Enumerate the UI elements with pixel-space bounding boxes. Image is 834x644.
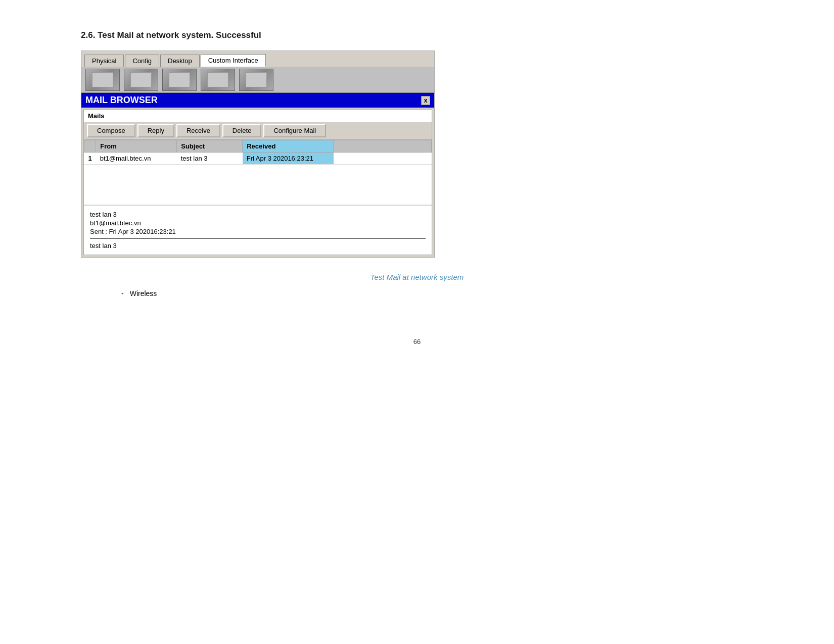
icon-3 <box>162 69 197 91</box>
bullet-text: Wireless <box>130 289 157 298</box>
preview-from: bt1@mail.btec.vn <box>90 219 426 227</box>
figure-caption: Test Mail at network system <box>81 273 753 281</box>
configure-mail-button[interactable]: Configure Mail <box>263 124 326 137</box>
bullet-dash: - <box>121 289 124 298</box>
tab-config[interactable]: Config <box>125 55 159 67</box>
delete-button[interactable]: Delete <box>222 124 262 137</box>
preview-subject: test lan 3 <box>90 211 426 218</box>
icon-1 <box>85 69 120 91</box>
page-number: 66 <box>81 338 753 345</box>
preview-divider <box>90 238 426 239</box>
row-number: 1 <box>84 153 96 165</box>
receive-button[interactable]: Receive <box>176 124 220 137</box>
icon-2 <box>124 69 158 91</box>
tab-physical[interactable]: Physical <box>84 55 124 67</box>
close-button[interactable]: x <box>421 96 430 105</box>
section-heading: 2.6. Test Mail at network system. Succes… <box>81 30 753 40</box>
icon-bar <box>81 67 434 93</box>
row-extra <box>334 153 432 165</box>
tab-custom-interface[interactable]: Custom Interface <box>201 54 266 67</box>
col-header-received: Received <box>243 140 334 153</box>
row-received: Fri Apr 3 202016:23:21 <box>243 153 334 165</box>
col-header-subject: Subject <box>177 140 243 153</box>
mail-preview: test lan 3 bt1@mail.btec.vn Sent : Fri A… <box>84 205 432 255</box>
mail-window: Physical Config Desktop Custom Interface… <box>81 51 435 258</box>
mail-browser-title: MAIL BROWSER <box>85 95 158 106</box>
row-subject: test lan 3 <box>177 153 243 165</box>
mail-table: From Subject Received 1 bt1@mail.btec.vn… <box>84 140 432 205</box>
icon-4 <box>201 69 235 91</box>
preview-sent: Sent : Fri Apr 3 202016:23:21 <box>90 228 426 235</box>
tab-bar: Physical Config Desktop Custom Interface <box>81 51 434 67</box>
mail-toolbar: Compose Reply Receive Delete Configure M… <box>84 122 432 140</box>
row-from: bt1@mail.btec.vn <box>96 153 177 165</box>
bullet-item: - Wireless <box>81 289 753 298</box>
compose-button[interactable]: Compose <box>87 124 135 137</box>
mails-label: Mails <box>84 110 432 122</box>
icon-5 <box>239 69 273 91</box>
col-header-extra <box>334 140 432 153</box>
col-header-from: From <box>96 140 177 153</box>
mail-content-area: Mails Compose Reply Receive Delete Confi… <box>83 110 432 255</box>
table-row[interactable]: 1 bt1@mail.btec.vn test lan 3 Fri Apr 3 … <box>84 153 432 165</box>
mail-title-bar: MAIL BROWSER x <box>81 93 434 108</box>
tab-desktop[interactable]: Desktop <box>160 55 200 67</box>
col-header-number <box>84 140 96 153</box>
empty-rows <box>84 165 432 205</box>
preview-body: test lan 3 <box>90 242 426 250</box>
reply-button[interactable]: Reply <box>137 124 174 137</box>
